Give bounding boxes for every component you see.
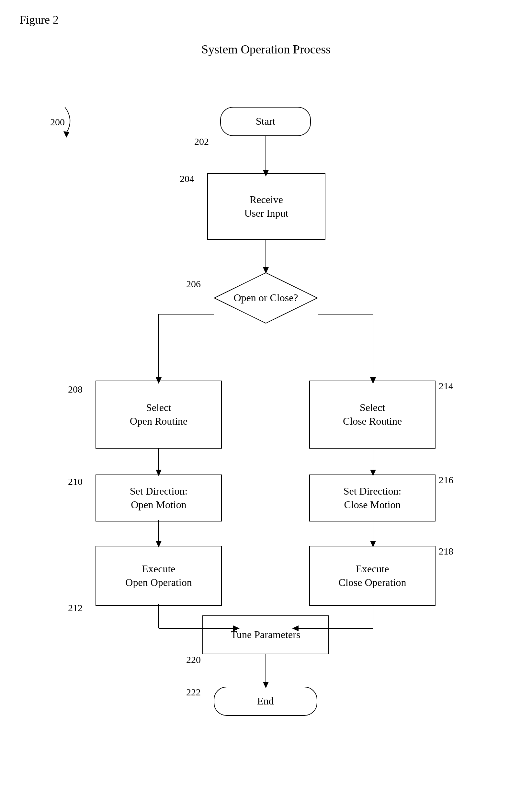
ref-208: 208 [68, 384, 82, 395]
ref-216: 216 [439, 474, 453, 486]
ref-200: 200 [50, 117, 65, 128]
start-node: Start [220, 107, 311, 136]
set-dir-close-node: Set Direction:Close Motion [309, 474, 436, 521]
decision-diamond: Open or Close? [214, 272, 318, 324]
exec-close-node: ExecuteClose Operation [309, 546, 436, 606]
exec-open-node: ExecuteOpen Operation [96, 546, 222, 606]
ref-210: 210 [68, 476, 82, 487]
ref-222: 222 [186, 687, 201, 698]
ref-214: 214 [439, 380, 453, 392]
select-close-node: SelectClose Routine [309, 380, 436, 449]
tune-params-node: Tune Parameters [202, 615, 329, 654]
select-open-node: SelectOpen Routine [96, 380, 222, 449]
ref-218: 218 [439, 546, 453, 557]
ref-206: 206 [186, 279, 201, 290]
ref-202: 202 [194, 136, 209, 147]
ref-204: 204 [180, 173, 194, 184]
diagram-title: System Operation Process [202, 42, 330, 56]
end-node: End [214, 687, 317, 716]
figure-label: Figure 2 [19, 13, 59, 26]
receive-input-node: ReceiveUser Input [207, 173, 325, 240]
svg-marker-26 [63, 131, 69, 138]
ref-212: 212 [68, 602, 82, 613]
set-dir-open-node: Set Direction:Open Motion [96, 474, 222, 521]
ref-220: 220 [186, 654, 201, 665]
